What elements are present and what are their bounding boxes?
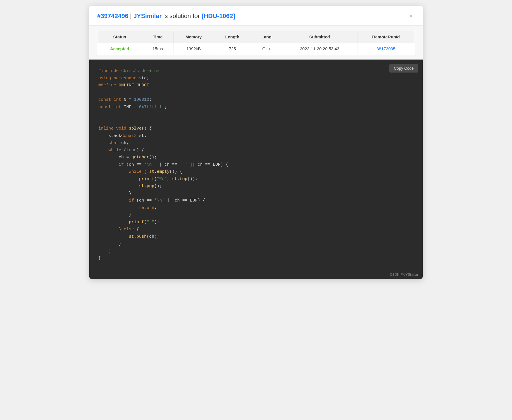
cell-submitted: 2022-11-20 20:53:43 <box>282 43 357 55</box>
status-accepted: Accepted <box>110 46 129 51</box>
cell-lang: G++ <box>251 43 282 55</box>
footer-note: CSDN @JYSimilar <box>89 271 423 279</box>
possessive-text: 's solution for <box>163 12 201 19</box>
solution-modal: #39742496 | JYSimilar 's solution for [H… <box>89 6 423 279</box>
col-status: Status <box>97 31 142 43</box>
copy-code-button[interactable]: Copy Code <box>389 64 418 73</box>
modal-header: #39742496 | JYSimilar 's solution for [H… <box>89 6 423 26</box>
submission-table: Status Time Memory Length Lang Submitted… <box>97 31 415 55</box>
col-remote-run-id: RemoteRunId <box>357 31 415 43</box>
run-id: #39742496 <box>97 12 128 19</box>
modal-title: #39742496 | JYSimilar 's solution for [H… <box>97 12 235 20</box>
code-block: #include <bits/stdc++.h> using namespace… <box>89 60 423 271</box>
cell-length: 725 <box>214 43 251 55</box>
problem-id: [HDU-1062] <box>202 12 235 19</box>
close-button[interactable]: × <box>407 12 415 20</box>
col-lang: Lang <box>251 31 282 43</box>
table-row: Accepted 15ms 1392kB 725 G++ 2022-11-20 … <box>97 43 415 55</box>
submission-table-section: Status Time Memory Length Lang Submitted… <box>89 26 423 60</box>
username: JYSimilar <box>133 12 162 19</box>
remote-run-link[interactable]: 38173035 <box>377 46 396 51</box>
separator: | <box>130 12 133 19</box>
col-length: Length <box>214 31 251 43</box>
col-submitted: Submitted <box>282 31 357 43</box>
code-section: Copy Code #include <bits/stdc++.h> using… <box>89 60 423 271</box>
cell-memory: 1392kB <box>173 43 214 55</box>
table-header-row: Status Time Memory Length Lang Submitted… <box>97 31 415 43</box>
cell-time: 15ms <box>142 43 173 55</box>
col-time: Time <box>142 31 173 43</box>
cell-remote-run-id: 38173035 <box>357 43 415 55</box>
cell-status: Accepted <box>97 43 142 55</box>
col-memory: Memory <box>173 31 214 43</box>
